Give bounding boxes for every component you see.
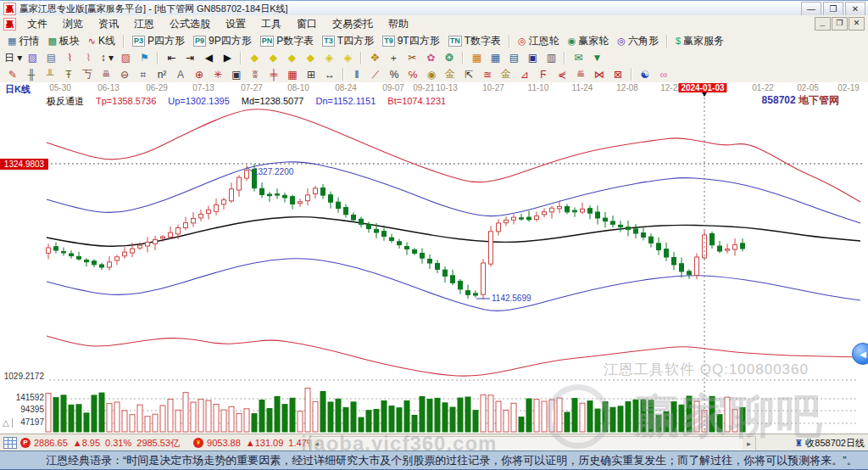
- t-square-button[interactable]: T3T四方形: [318, 33, 378, 48]
- print-button[interactable]: ▥: [542, 51, 560, 65]
- calculator-button[interactable]: ▦: [486, 51, 504, 65]
- info-panel-icon[interactable]: ▤: [42, 51, 60, 65]
- prev-bar-button[interactable]: ◀: [199, 51, 218, 65]
- approx-tool[interactable]: ≊: [478, 67, 497, 81]
- hexagon-button[interactable]: ◎六角形: [613, 33, 663, 48]
- pen-tool[interactable]: ✎: [3, 67, 22, 81]
- angle-j-tool[interactable]: ⊿: [515, 67, 534, 81]
- next-bar-button[interactable]: ▶: [218, 51, 236, 65]
- angle-d-tool[interactable]: ⊠: [609, 67, 627, 81]
- flag-marker-icon[interactable]: ⚑: [135, 51, 153, 65]
- angle-a-tool[interactable]: A: [171, 67, 190, 81]
- cycle-tool-button[interactable]: ❂: [440, 51, 459, 65]
- menu-browse[interactable]: 浏览: [55, 15, 91, 32]
- angle-x-tool[interactable]: ⋈: [590, 67, 609, 81]
- restore-button[interactable]: ❐: [823, 2, 843, 16]
- gann-diamond-vmove-button[interactable]: ◆: [301, 51, 320, 65]
- first-bar-button[interactable]: ⇤: [162, 51, 181, 65]
- horizontal-scrollbar[interactable]: ◂ ▸: [309, 436, 756, 451]
- percent-levels-tool[interactable]: ℅: [403, 67, 422, 81]
- menu-window[interactable]: 窗口: [289, 15, 325, 32]
- menu-tools[interactable]: 工具: [253, 15, 289, 32]
- angle-s-tool[interactable]: ⋞: [553, 67, 571, 81]
- percent-tool[interactable]: %: [385, 67, 403, 81]
- winner-service-button[interactable]: $赢家服务: [671, 33, 728, 48]
- menu-trade[interactable]: 交易委托: [325, 15, 381, 32]
- kline-button[interactable]: ∿K线: [84, 33, 120, 48]
- scroll-left-arrow[interactable]: ◂: [310, 438, 323, 450]
- golden-circle-tool[interactable]: ◉: [422, 67, 441, 81]
- golden-line-tool[interactable]: 金: [441, 67, 459, 81]
- gann-diamond-expand-button[interactable]: ◈: [338, 51, 357, 65]
- crosshair-tool-button[interactable]: ＋: [384, 51, 403, 65]
- five-wave-tool[interactable]: 丂: [78, 67, 97, 81]
- red-grid-tool[interactable]: ╪: [264, 67, 283, 81]
- menu-gann[interactable]: 江恩: [126, 15, 162, 32]
- fan-tool[interactable]: ✳: [209, 67, 227, 81]
- hand-tool-button[interactable]: ✥: [365, 51, 384, 65]
- market-grid-icon[interactable]: [3, 437, 17, 449]
- compare-icon[interactable]: ▨: [116, 51, 135, 65]
- mdi-minimize-button[interactable]: ＿: [815, 17, 831, 31]
- scale-toggle[interactable]: ↕ ▾: [97, 51, 116, 65]
- red-box-tool[interactable]: ▦: [283, 67, 302, 81]
- gann-diamond-right-button[interactable]: ◆: [264, 51, 282, 65]
- yinyang-icon[interactable]: ☯: [636, 67, 654, 81]
- angle-f-tool[interactable]: Ϝ: [534, 67, 553, 81]
- overlay-chart-icon[interactable]: ▧: [23, 51, 42, 65]
- gann-grid-tool[interactable]: ╫: [22, 67, 41, 81]
- measure-tool[interactable]: ≞: [97, 67, 115, 81]
- p-square-button[interactable]: P3P四方形: [128, 33, 189, 48]
- angle-z-tool[interactable]: ≝: [571, 67, 590, 81]
- save-button[interactable]: ▣: [523, 51, 542, 65]
- magnet-tool-button[interactable]: ✿: [421, 51, 440, 65]
- last-bar-button[interactable]: ⇥: [181, 51, 199, 65]
- golden-box-tool[interactable]: 金: [497, 67, 515, 81]
- menu-file[interactable]: 文件: [19, 15, 55, 32]
- t-number-table-button[interactable]: TNT数字表: [444, 33, 505, 48]
- scroll-right-arrow[interactable]: ▸: [743, 438, 755, 450]
- arrow-mark-tool[interactable]: ⇱: [459, 67, 478, 81]
- shanghai-index-quote[interactable]: P 2886.65 ▲8.95 0.31% 2985.53亿: [20, 437, 185, 450]
- square-n2-tool[interactable]: n²: [153, 67, 171, 81]
- gann-diamond-left-button[interactable]: ◆: [245, 51, 264, 65]
- menu-formula-stockpick[interactable]: 公式选股: [162, 15, 218, 32]
- collapse-panel-button[interactable]: ◀: [852, 343, 868, 365]
- t9-square-button[interactable]: T99T四方形: [378, 33, 444, 48]
- calendar-button[interactable]: ▦: [467, 51, 486, 65]
- infinity-icon[interactable]: ∞: [654, 67, 673, 81]
- minimize-button[interactable]: —: [801, 2, 821, 16]
- mdi-close-button[interactable]: ✕: [849, 17, 865, 31]
- p-number-table-button[interactable]: PNP数字表: [256, 33, 319, 48]
- target-tool[interactable]: ⊕: [190, 67, 209, 81]
- p9-square-button[interactable]: P99P四方形: [189, 33, 256, 48]
- gann-diamond-hmove-button[interactable]: ◆: [282, 51, 301, 65]
- sector-button[interactable]: ▩板块: [43, 33, 83, 48]
- gann-wheel-button[interactable]: ◎江恩轮: [514, 33, 564, 48]
- period-day-selector[interactable]: 日 ▾: [3, 51, 23, 65]
- menu-news[interactable]: 资讯: [91, 15, 126, 32]
- mdi-restore-button[interactable]: ❐: [832, 17, 848, 31]
- download-button[interactable]: ▼: [587, 51, 606, 65]
- circle-minus-tool[interactable]: ⊖: [115, 67, 134, 81]
- kline-style2-icon[interactable]: ⌇: [79, 51, 97, 65]
- ruler-tool[interactable]: ‖: [348, 67, 366, 81]
- matrix-tool[interactable]: ⊞: [302, 67, 320, 81]
- kline-chart[interactable]: [0, 82, 868, 434]
- close-button[interactable]: ✕: [845, 2, 865, 16]
- menu-settings[interactable]: 设置: [218, 15, 253, 32]
- quote-button[interactable]: ▦行情: [3, 33, 43, 48]
- box-tool[interactable]: ▣: [227, 67, 246, 81]
- winner-wheel-button[interactable]: ◉赢家轮: [564, 33, 614, 48]
- rays-tool[interactable]: ⟋: [366, 67, 385, 81]
- hatch-tool[interactable]: ⌗: [134, 67, 153, 81]
- sync-button[interactable]: ✉: [569, 51, 587, 65]
- cut-tool-button[interactable]: ✂: [403, 51, 421, 65]
- kline-style-icon[interactable]: ⌇: [60, 51, 79, 65]
- wave-tool[interactable]: ʬ: [246, 67, 264, 81]
- gann-diamond-center-button[interactable]: ◈: [320, 51, 338, 65]
- time-ruler-tool[interactable]: Ŧ: [59, 67, 78, 81]
- time-cycle-tool[interactable]: ╨: [41, 67, 59, 81]
- notepad-button[interactable]: ▤: [504, 51, 523, 65]
- menu-help[interactable]: 帮助: [381, 15, 416, 32]
